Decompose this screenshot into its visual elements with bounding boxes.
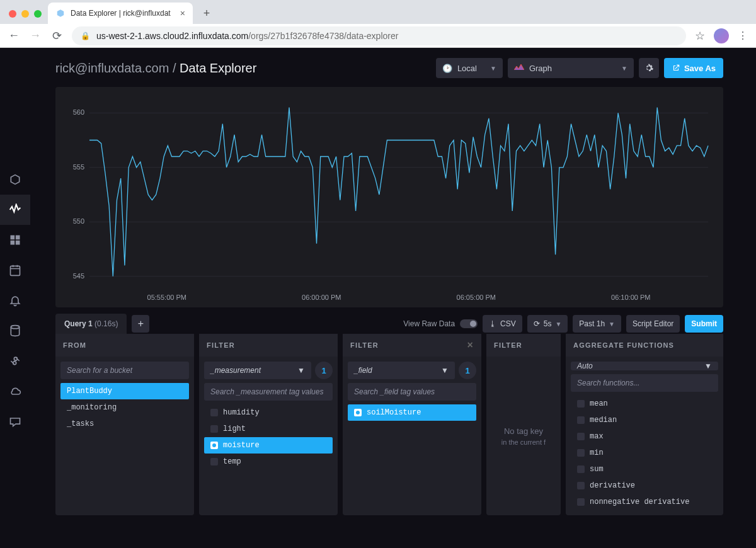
timezone-dropdown[interactable]: 🕑 Local ▼: [436, 58, 503, 78]
svg-text:05:55:00 PM: 05:55:00 PM: [147, 294, 186, 301]
checkbox-icon: [577, 416, 585, 424]
line-chart[interactable]: 54555055556005:55:00 PM06:00:00 PM06:05:…: [64, 96, 714, 305]
script-editor-button[interactable]: Script Editor: [626, 315, 680, 333]
column-header: FILTER ×: [343, 334, 481, 357]
add-query-button[interactable]: +: [132, 315, 149, 333]
browser-menu-icon[interactable]: ⋮: [738, 30, 748, 42]
tag-value-search-input[interactable]: [204, 383, 333, 401]
tag-key-dropdown[interactable]: _measurement▼: [204, 362, 311, 379]
list-item[interactable]: sum: [571, 461, 718, 477]
minimize-window-icon[interactable]: [21, 10, 29, 18]
chevron-down-icon: ▼: [441, 366, 449, 375]
close-tab-icon[interactable]: ×: [180, 8, 185, 18]
sidebar-item-cloud[interactable]: [0, 376, 30, 406]
page-header: rick@influxdata.com / Data Explorer 🕑 Lo…: [55, 58, 723, 78]
chart-icon: [514, 64, 524, 73]
refresh-dropdown[interactable]: ⟳ 5s ▼: [527, 315, 568, 333]
checkbox-icon: [210, 458, 218, 465]
column-header: FILTER: [486, 334, 561, 357]
sidebar-item-alerts[interactable]: [0, 285, 30, 316]
configure-button[interactable]: [639, 58, 659, 78]
aggregate-mode-dropdown[interactable]: Auto▼: [571, 362, 718, 370]
list-item[interactable]: nonnegative derivative: [571, 494, 718, 510]
viz-type-dropdown[interactable]: Graph ▼: [508, 58, 634, 78]
checkbox-icon: [577, 449, 585, 457]
list-item[interactable]: humidity: [204, 404, 333, 421]
url-text: us-west-2-1.aws.cloud2.influxdata.com/or…: [96, 31, 398, 41]
list-item[interactable]: _tasks: [60, 416, 189, 432]
svg-text:06:00:00 PM: 06:00:00 PM: [302, 294, 341, 301]
sidebar-nav: [0, 48, 30, 548]
column-header: FROM: [55, 334, 194, 357]
list-item-label: median: [590, 416, 617, 425]
back-button[interactable]: ←: [8, 29, 20, 42]
checkbox-icon: [577, 433, 585, 440]
list-item-label: _tasks: [67, 420, 94, 428]
list-item[interactable]: median: [571, 412, 718, 428]
list-item[interactable]: soilMoisture: [348, 404, 476, 421]
list-item-label: soilMoisture: [367, 408, 421, 417]
list-item[interactable]: max: [571, 428, 718, 445]
new-tab-button[interactable]: +: [198, 4, 215, 22]
browser-tab[interactable]: Data Explorer | rick@influxdat ×: [48, 3, 193, 24]
checkbox-icon: [577, 465, 585, 473]
svg-point-1: [11, 326, 19, 329]
svg-rect-0: [11, 266, 20, 275]
time-range-dropdown[interactable]: Past 1h ▼: [573, 315, 621, 333]
tag-key-dropdown[interactable]: _field▼: [348, 362, 455, 379]
bookmark-icon[interactable]: ☆: [695, 29, 705, 43]
list-item[interactable]: moisture: [204, 437, 333, 454]
column-header: FILTER: [199, 334, 338, 357]
checkbox-icon: [354, 409, 362, 416]
sidebar-item-explore[interactable]: [0, 195, 30, 225]
list-item-label: moisture: [223, 441, 260, 450]
function-search-input[interactable]: [571, 374, 718, 392]
checkbox-icon: [577, 482, 585, 489]
remove-filter-icon[interactable]: ×: [467, 340, 474, 351]
profile-avatar[interactable]: [714, 28, 729, 43]
svg-text:555: 555: [73, 163, 84, 171]
list-item-label: sum: [590, 465, 604, 474]
from-column: FROM PlantBuddy_monitoring_tasks: [55, 334, 194, 515]
list-item-label: light: [223, 425, 246, 433]
sidebar-item-dashboards[interactable]: [0, 225, 30, 255]
list-item[interactable]: derivative: [571, 477, 718, 494]
raw-data-toggle[interactable]: View Raw Data: [403, 319, 478, 328]
filter-empty-column: FILTER No tag key in the current f: [486, 334, 561, 515]
forward-button[interactable]: →: [29, 29, 42, 42]
list-item[interactable]: _monitoring: [60, 399, 189, 416]
sidebar-item-feedback[interactable]: [0, 406, 30, 437]
reload-button[interactable]: ⟳: [50, 29, 63, 43]
list-item-label: humidity: [223, 408, 260, 417]
list-item[interactable]: PlantBuddy: [60, 383, 189, 399]
url-field[interactable]: 🔒 us-west-2-1.aws.cloud2.influxdata.com/…: [72, 26, 686, 45]
query-tab[interactable]: Query 1 (0.16s): [55, 314, 127, 334]
list-item-label: nonnegative derivative: [590, 498, 689, 506]
list-item[interactable]: temp: [204, 454, 333, 470]
toggle-icon: [460, 319, 478, 328]
app-root: rick@influxdata.com / Data Explorer 🕑 Lo…: [0, 48, 756, 548]
list-item[interactable]: light: [204, 421, 333, 437]
clock-icon: 🕑: [442, 64, 452, 73]
maximize-window-icon[interactable]: [34, 10, 42, 18]
window-controls: [5, 10, 48, 24]
svg-text:06:10:00 PM: 06:10:00 PM: [611, 294, 650, 301]
save-as-button[interactable]: Save As: [664, 58, 723, 78]
csv-button[interactable]: ⭳ CSV: [483, 315, 522, 333]
chevron-down-icon: ▼: [297, 366, 305, 375]
list-item[interactable]: min: [571, 445, 718, 461]
sidebar-item-buckets[interactable]: [0, 316, 30, 346]
sidebar-item-data[interactable]: [0, 164, 30, 195]
tab-title: Data Explorer | rick@influxdat: [71, 9, 171, 18]
bucket-search-input[interactable]: [60, 362, 189, 379]
list-item[interactable]: mean: [571, 396, 718, 412]
sidebar-item-settings[interactable]: [0, 346, 30, 376]
close-window-icon[interactable]: [9, 10, 16, 18]
sidebar-item-tasks[interactable]: [0, 255, 30, 285]
chevron-down-icon: ▼: [621, 65, 627, 72]
filter-field-column: FILTER × _field▼ 1 soilMoisture: [343, 334, 481, 515]
svg-text:560: 560: [73, 108, 84, 116]
submit-button[interactable]: Submit: [685, 315, 723, 333]
tag-value-search-input[interactable]: [348, 383, 476, 401]
empty-state: No tag key in the current f: [486, 357, 561, 515]
